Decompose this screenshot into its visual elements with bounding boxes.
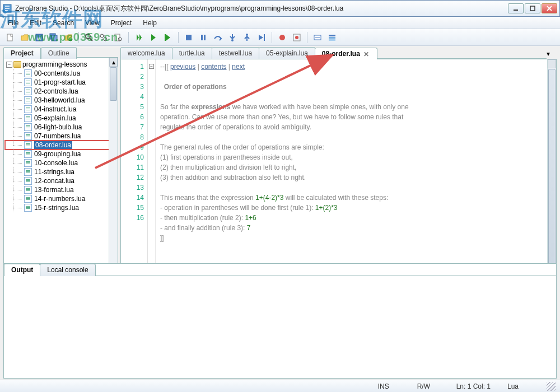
run-no-debug-button[interactable] <box>161 31 175 44</box>
tree-root[interactable]: − programming-lessons <box>5 60 116 69</box>
tree-file-item[interactable]: 02-controls.lua <box>5 87 116 96</box>
find-button[interactable] <box>82 31 96 44</box>
tab-outline[interactable]: Outline <box>41 47 77 59</box>
menu-edit[interactable]: Edit <box>25 18 46 28</box>
statusbar: INS R/W Ln: 1 Col: 1 Lua <box>0 380 560 392</box>
toggle-breakpoint-button[interactable] <box>276 31 289 44</box>
svg-line-10 <box>90 38 92 41</box>
tab-close-icon[interactable]: ✕ <box>363 50 370 57</box>
step-into-button[interactable] <box>226 31 239 44</box>
window-title: ZeroBrane Studio - D:\tools\桌面\河东软件园\Zer… <box>15 4 508 13</box>
tree-file-label: 11-strings.lua <box>34 168 74 176</box>
toolbar-sep <box>272 32 272 43</box>
lua-file-icon <box>24 87 32 95</box>
svg-rect-7 <box>52 35 57 41</box>
close-button[interactable] <box>542 3 557 13</box>
tab-project[interactable]: Project <box>3 47 41 59</box>
lua-file-icon <box>24 186 32 194</box>
editor-tab-05-explain[interactable]: 05-explain.lua <box>259 47 315 59</box>
bottom-tabbar: Output Local console <box>4 264 556 276</box>
debug-button[interactable] <box>147 31 160 44</box>
tree-file-item[interactable]: 09-grouping.lua <box>5 150 116 158</box>
tree-file-item[interactable]: 11-strings.lua <box>5 167 116 176</box>
tab-output[interactable]: Output <box>4 264 40 276</box>
watch-button[interactable] <box>311 31 324 44</box>
lua-file-icon <box>24 69 32 77</box>
fold-minus-icon[interactable]: − <box>149 64 154 69</box>
step-over-button[interactable] <box>211 31 225 44</box>
svg-rect-28 <box>329 37 335 39</box>
menu-file[interactable]: File <box>3 18 23 28</box>
tree-file-item[interactable]: 15-r-strings.lua <box>5 203 116 212</box>
tree-file-item[interactable]: 06-light-bulb.lua <box>5 123 116 132</box>
tree-file-label: 09-grouping.lua <box>34 150 81 158</box>
svg-point-8 <box>69 38 72 41</box>
tab-local-console[interactable]: Local console <box>40 264 95 276</box>
menubar: File Edit Search View Project Help <box>0 17 560 29</box>
stop-button[interactable] <box>182 31 195 44</box>
svg-rect-3 <box>7 34 12 41</box>
open-file-button[interactable] <box>18 31 31 44</box>
tree-file-item[interactable]: 05-explain.lua <box>5 114 116 123</box>
editor-tabbar: welcome.lua turtle.lua testwell.lua 05-e… <box>120 47 557 59</box>
lua-file-icon <box>24 114 32 122</box>
stack-button[interactable] <box>325 31 339 44</box>
tree-file-item[interactable]: 03-helloworld.lua <box>5 96 116 105</box>
editor-tab-welcome[interactable]: welcome.lua <box>120 47 172 59</box>
svg-rect-29 <box>329 39 335 41</box>
tab-overflow-icon[interactable]: ▾ <box>547 50 556 59</box>
status-cursor-pos: Ln: 1 Col: 1 <box>456 382 491 390</box>
tree-file-label: 13-format.lua <box>34 186 74 194</box>
editor-tab-08-order[interactable]: 08-order.lua✕ <box>315 48 377 59</box>
scroll-up-icon[interactable]: ▴ <box>109 58 118 67</box>
tree-file-item[interactable]: 13-format.lua <box>5 185 116 194</box>
menu-help[interactable]: Help <box>138 18 161 28</box>
editor-tab-turtle[interactable]: turtle.lua <box>172 47 212 59</box>
toolbar-sep <box>128 32 129 43</box>
maximize-button[interactable] <box>525 3 540 13</box>
tree-file-label: 10-console.lua <box>34 159 78 167</box>
tree-file-item[interactable]: 04-instruct.lua <box>5 105 116 114</box>
tree-file-label: 12-concat.lua <box>34 177 74 185</box>
scroll-thumb[interactable] <box>110 67 117 101</box>
new-file-button[interactable] <box>3 31 17 44</box>
step-out-button[interactable] <box>240 31 254 44</box>
collapse-icon[interactable]: − <box>6 62 12 68</box>
lua-file-icon <box>24 195 32 203</box>
svg-rect-15 <box>165 34 166 41</box>
menu-view[interactable]: View <box>81 18 104 28</box>
lua-file-icon <box>24 132 32 140</box>
tree-file-item[interactable]: 00-contents.lua <box>5 69 116 78</box>
run-to-cursor-button[interactable] <box>255 31 268 44</box>
save-all-button[interactable] <box>47 31 60 44</box>
editor-tab-label: turtle.lua <box>179 49 205 57</box>
tree-file-item[interactable]: 08-order.lua <box>5 141 116 150</box>
svg-point-20 <box>246 34 248 36</box>
find-in-files-button[interactable] <box>111 31 125 44</box>
break-button[interactable] <box>197 31 210 44</box>
tree-root-label: programming-lessons <box>22 60 87 68</box>
tree-file-label: 00-contents.lua <box>34 69 80 77</box>
save-button[interactable] <box>32 31 46 44</box>
tree-file-item[interactable]: 12-concat.lua <box>5 176 116 185</box>
svg-rect-5 <box>38 38 41 40</box>
svg-point-12 <box>104 38 107 41</box>
tree-file-item[interactable]: 14-r-numbers.lua <box>5 194 116 203</box>
toolbar-sep <box>178 32 179 43</box>
editor-tab-testwell[interactable]: testwell.lua <box>212 47 259 59</box>
tree-file-item[interactable]: 10-console.lua <box>5 158 116 167</box>
scroll-up-icon[interactable] <box>548 59 556 68</box>
lua-file-icon <box>24 177 32 185</box>
tree-file-item[interactable]: 01-progr-start.lua <box>5 78 116 87</box>
run-button[interactable] <box>132 31 146 44</box>
resize-grip-icon[interactable] <box>547 382 556 391</box>
project-folder-button[interactable] <box>62 31 75 44</box>
bookmarks-button[interactable] <box>290 31 304 44</box>
tree-file-item[interactable]: 07-numbers.lua <box>5 132 116 141</box>
menu-search[interactable]: Search <box>48 18 78 28</box>
svg-point-24 <box>295 36 298 39</box>
menu-project[interactable]: Project <box>106 18 136 28</box>
tree-file-label: 01-progr-start.lua <box>34 78 86 86</box>
minimize-button[interactable] <box>508 3 524 13</box>
replace-button[interactable] <box>97 31 110 44</box>
